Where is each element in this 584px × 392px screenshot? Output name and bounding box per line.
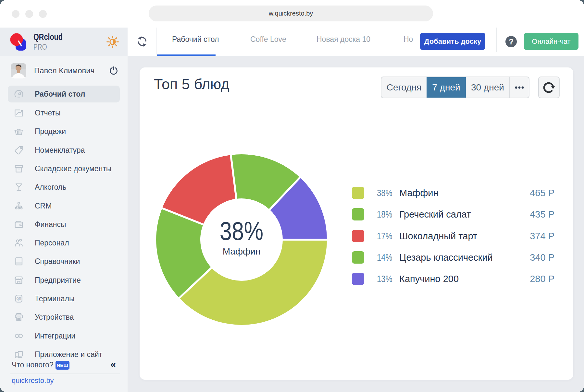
svg-text:QR: QR — [16, 297, 21, 301]
